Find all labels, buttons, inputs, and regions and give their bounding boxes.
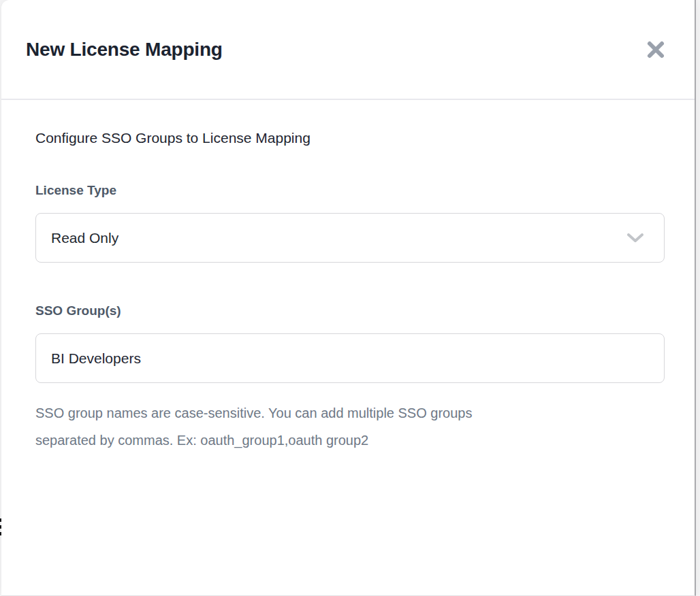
modal-header: New License Mapping	[1, 0, 695, 100]
new-license-mapping-modal: New License Mapping Configure SSO Groups…	[1, 0, 696, 596]
license-type-select[interactable]: Read Only	[35, 213, 665, 263]
sso-groups-label: SSO Group(s)	[35, 303, 665, 318]
license-type-field: License Type Read Only	[35, 183, 665, 263]
modal-title: New License Mapping	[26, 39, 223, 61]
sso-groups-field: SSO Group(s) SSO group names are case-se…	[35, 303, 665, 454]
close-button[interactable]	[644, 38, 667, 61]
sso-groups-input[interactable]	[35, 333, 665, 383]
sso-groups-help-text: SSO group names are case-sensitive. You …	[35, 399, 532, 454]
close-icon	[646, 39, 666, 60]
license-type-label: License Type	[35, 183, 665, 198]
modal-body: Configure SSO Groups to License Mapping …	[1, 100, 695, 454]
license-type-value: Read Only	[51, 230, 118, 246]
chevron-down-icon	[627, 233, 643, 243]
modal-description: Configure SSO Groups to License Mapping	[35, 129, 665, 148]
